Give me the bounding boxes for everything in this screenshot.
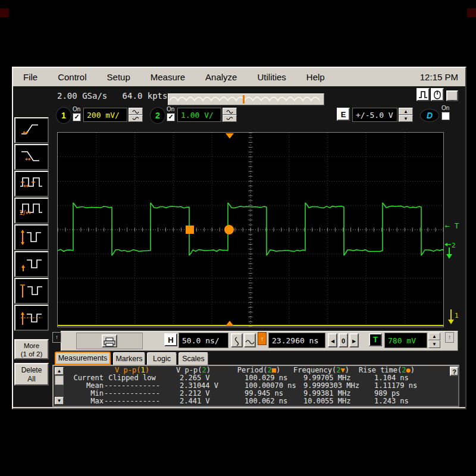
tab-logic[interactable]: Logic — [147, 352, 177, 365]
cell: 989 ps — [374, 389, 400, 397]
digital-on-label: On — [441, 105, 449, 111]
trigger-button[interactable]: T — [369, 333, 382, 346]
horizontal-position-field[interactable]: 23.2960 ns — [268, 333, 325, 348]
v-avg-icon — [18, 309, 45, 327]
cell: 9.99705 MHz — [303, 374, 350, 382]
channel2-level-marker[interactable]: 2 — [444, 242, 461, 261]
arrow-up-icon[interactable]: ▲ — [428, 333, 440, 340]
cell: 1.243 ns — [374, 397, 409, 405]
measure-v-avg-button[interactable] — [14, 305, 49, 331]
menu-control[interactable]: Control — [48, 72, 96, 82]
trigger-position-button[interactable]: ↑ — [258, 332, 267, 345]
channel1-scale-spinner[interactable] — [129, 108, 143, 122]
measurements-row-mean: Mean ------------- 2.31044 V 100.00070 n… — [52, 381, 459, 389]
wave-up-icon[interactable] — [223, 108, 237, 115]
delay-left-button[interactable]: ◀ — [328, 333, 337, 347]
measure-v-max-button[interactable] — [14, 278, 49, 304]
channel2-scale-field[interactable]: 1.00 V/ — [177, 108, 221, 122]
digital-badge[interactable]: D — [420, 109, 439, 122]
channel1-level-marker[interactable]: 1 — [447, 308, 461, 326]
expand-up-right-button[interactable]: ↑ — [445, 332, 454, 343]
cell: ------------- — [104, 389, 161, 397]
arrow-right-icon: ▶ — [352, 339, 356, 344]
delete-all-button[interactable]: DeleteAll — [14, 363, 49, 386]
measure-v-pp-button[interactable] — [14, 224, 49, 250]
menu-bar: File Control Setup Measure Analyze Utili… — [13, 68, 465, 86]
col-header-period: Period(2■) — [226, 366, 292, 374]
arrow-up-icon[interactable]: ▲ — [399, 108, 413, 115]
measure-period-button[interactable]: ↔ — [14, 171, 49, 197]
channel1-marker-digit: 1 — [455, 312, 459, 320]
cell: 1.104 ns — [374, 374, 409, 382]
row-label: Mean — [60, 381, 104, 390]
tab-scales[interactable]: Scales — [178, 352, 208, 365]
measure-v-min-button[interactable] — [14, 251, 49, 277]
wave-up-icon[interactable] — [129, 108, 143, 115]
timebase-field[interactable]: 50.0 ns/ — [178, 333, 228, 348]
measure-frequency-button[interactable]: 1/↔ — [14, 198, 49, 224]
horizontal-position-scrollbar[interactable] — [168, 93, 324, 105]
channel1-on-label: On — [73, 106, 80, 112]
trigger-level-field[interactable]: 780 mV — [384, 333, 427, 348]
channel2-badge[interactable]: 2 — [150, 107, 165, 124]
col-header-vpp1: V p-p(1) — [104, 366, 161, 374]
col-header-vpp2: V p-p(2) — [161, 366, 226, 374]
delay-zero-button[interactable]: 0 — [339, 333, 348, 347]
print-button[interactable] — [102, 334, 117, 347]
cell: 99.945 ns — [245, 389, 283, 397]
corner-artifact-right — [467, 8, 476, 17]
waveform-plot[interactable] — [57, 132, 444, 327]
trigger-level-spinner[interactable]: ▲ ▼ — [428, 333, 440, 348]
menu-help[interactable]: Help — [296, 72, 335, 82]
timebase-wave-button[interactable] — [244, 333, 256, 347]
v-min-icon — [18, 255, 45, 273]
col-header-frequency: Frequency(2▼) — [292, 366, 351, 374]
channel2-scale-spinner[interactable] — [223, 108, 237, 122]
more-measurements-button[interactable]: More(1 of 2) — [14, 339, 49, 359]
mouse-pointer-button[interactable] — [431, 88, 444, 101]
arrow-up-icon: ↑ — [261, 335, 264, 342]
expand-up-left-button[interactable]: ↑ — [52, 332, 61, 343]
cell: 10.0055 MHz — [303, 397, 350, 405]
sine-wave-icon — [245, 339, 255, 345]
digital-on-group: On — [441, 105, 450, 120]
arrow-down-icon[interactable]: ▼ — [428, 340, 440, 348]
channel1-badge[interactable]: 1 — [56, 107, 71, 124]
tab-measurements[interactable]: Measurements — [55, 352, 111, 365]
cell: 2.31044 V — [180, 381, 218, 390]
external-trigger-spinner[interactable]: ▲ ▼ — [399, 108, 413, 122]
menu-setup[interactable]: Setup — [97, 72, 140, 82]
arrow-down-icon[interactable]: ▼ — [399, 115, 413, 122]
measure-fall-time-button[interactable]: ↔ — [14, 144, 49, 170]
row-label: Current — [60, 374, 104, 382]
cell: 100.029 ns — [245, 374, 287, 382]
row-label: Max — [60, 397, 104, 405]
menu-utilities[interactable]: Utilities — [247, 72, 296, 82]
menu-analyze[interactable]: Analyze — [195, 72, 247, 82]
col-header-risetime: Rise time(2●) — [351, 366, 422, 374]
measurements-row-current: Current Clipped low 2.265 V 100.029 ns 9… — [52, 374, 459, 381]
arrow-up-icon: ↑ — [448, 334, 451, 340]
tab-markers[interactable]: Markers — [113, 352, 145, 365]
wave-down-icon[interactable] — [223, 115, 237, 122]
measure-rise-time-button[interactable]: ↔ — [14, 117, 49, 143]
measurements-header-row: V p-p(1) V p-p(2) Period(2■) Frequency(2… — [52, 366, 459, 374]
menu-measure[interactable]: Measure — [140, 72, 195, 82]
pulse-mode-button[interactable] — [416, 88, 430, 101]
channel1-scale-field[interactable]: 200 mV/ — [83, 108, 127, 122]
delay-right-button[interactable]: ▶ — [349, 333, 359, 347]
timebase-fine-button[interactable] — [231, 333, 243, 347]
memory-depth: 64.0 kpts — [123, 91, 168, 101]
cell: 2.265 V — [180, 374, 210, 382]
channel2-on-checkbox[interactable]: ✓ — [167, 113, 175, 121]
digital-on-checkbox[interactable] — [441, 112, 450, 120]
corner-artifact-left — [0, 8, 9, 17]
external-trigger-range-field[interactable]: +/-5.0 V — [352, 108, 397, 122]
external-trigger-button[interactable]: E — [337, 108, 350, 121]
horizontal-button[interactable]: H — [164, 333, 177, 346]
channel1-on-group: On ✓ — [73, 107, 81, 121]
minimize-button[interactable]: _ — [446, 90, 458, 101]
channel1-on-checkbox[interactable]: ✓ — [73, 113, 81, 121]
wave-down-icon[interactable] — [129, 115, 143, 122]
menu-file[interactable]: File — [13, 72, 48, 82]
